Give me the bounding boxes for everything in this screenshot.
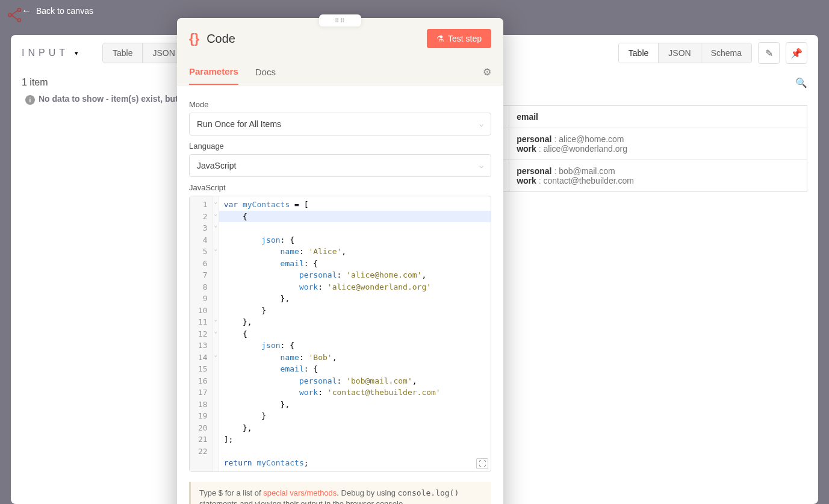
modal-drag-handle[interactable]: ⠿⠿: [319, 14, 361, 26]
input-items-count: 1 item: [22, 77, 48, 88]
editor-hint: Type $ for a list of special vars/method…: [189, 482, 491, 505]
code-editor[interactable]: 12345678910111213141516171819202122 ⌄⌄⌄ …: [189, 196, 491, 472]
language-select[interactable]: JavaScript ⌵: [189, 154, 491, 177]
modal-tab-docs[interactable]: Docs: [255, 60, 276, 84]
language-label: Language: [189, 142, 491, 151]
input-tab-table[interactable]: Table: [103, 43, 143, 63]
settings-gear-icon[interactable]: ⚙: [483, 61, 491, 82]
code-label: JavaScript: [189, 183, 491, 192]
flask-icon: ⚗: [436, 34, 444, 43]
output-col-email: email: [509, 106, 807, 128]
code-icon: {}: [189, 31, 199, 46]
modal-tab-parameters[interactable]: Parameters: [189, 59, 238, 85]
mode-label: Mode: [189, 100, 491, 109]
svg-point-0: [8, 13, 11, 16]
svg-point-1: [17, 8, 20, 11]
edit-button[interactable]: ✎: [758, 42, 780, 64]
expand-editor-icon[interactable]: ⛶: [476, 458, 488, 469]
special-vars-link[interactable]: special vars/methods: [263, 488, 337, 497]
info-icon: i: [25, 95, 35, 105]
back-to-canvas-link[interactable]: Back to canvas: [36, 6, 93, 16]
app-logo: [5, 5, 25, 26]
input-title: INPUT: [22, 48, 69, 58]
chevron-down-icon: ⌵: [479, 120, 483, 128]
svg-point-2: [17, 19, 20, 22]
code-node-modal: ⠿⠿ {} Code ⚗ Test step Parameters Docs ⚙…: [177, 18, 503, 504]
test-step-button[interactable]: ⚗ Test step: [427, 29, 491, 48]
output-tab-table[interactable]: Table: [619, 43, 659, 63]
output-tab-json[interactable]: JSON: [659, 43, 701, 63]
search-icon[interactable]: 🔍: [795, 77, 807, 89]
pin-button[interactable]: 📌: [786, 42, 807, 64]
modal-title: Code: [206, 32, 235, 46]
chevron-down-icon: ⌵: [479, 161, 483, 170]
input-dropdown-icon[interactable]: ▾: [75, 49, 78, 57]
output-tab-schema[interactable]: Schema: [701, 43, 751, 63]
mode-select[interactable]: Run Once for All Items ⌵: [189, 113, 491, 135]
